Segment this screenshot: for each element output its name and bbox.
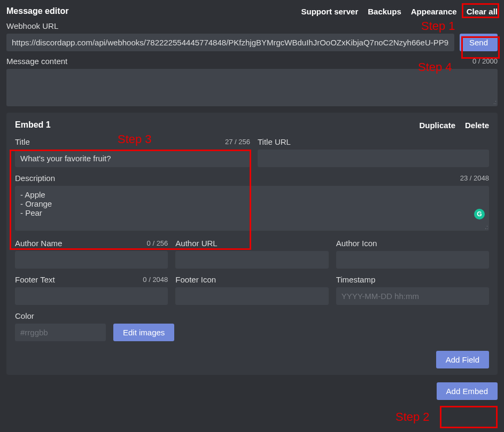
author-icon-input[interactable] bbox=[336, 251, 489, 269]
footer-text-counter: 0 / 2048 bbox=[143, 276, 168, 284]
timestamp-label: Timestamp bbox=[336, 275, 489, 284]
author-name-label: Author Name 0 / 256 bbox=[15, 239, 168, 248]
header-nav: Support server Backups Appearance Clear … bbox=[301, 7, 498, 16]
add-field-button[interactable]: Add Field bbox=[436, 351, 489, 368]
footer-text-label: Footer Text 0 / 2048 bbox=[15, 275, 168, 284]
send-button[interactable]: Send bbox=[460, 34, 498, 51]
title-url-input[interactable] bbox=[258, 150, 489, 167]
title-input[interactable] bbox=[15, 150, 250, 167]
title-url-label: Title URL bbox=[258, 137, 489, 146]
duplicate-button[interactable]: Duplicate bbox=[419, 121, 455, 130]
author-url-input[interactable] bbox=[175, 251, 328, 269]
webhook-url-input[interactable] bbox=[6, 34, 454, 51]
embed-panel: Embed 1 Duplicate Delete Title 27 / 256 … bbox=[6, 113, 498, 375]
description-counter: 23 / 2048 bbox=[460, 174, 489, 182]
footer-text-input[interactable] bbox=[15, 287, 168, 305]
page-title: Message editor bbox=[6, 6, 68, 16]
webhook-url-label: Webhook URL bbox=[6, 21, 498, 30]
appearance-link[interactable]: Appearance bbox=[411, 7, 457, 16]
message-content-counter: 0 / 2000 bbox=[472, 57, 498, 65]
description-label: Description 23 / 2048 bbox=[15, 174, 489, 183]
resize-handle-icon[interactable]: .: bbox=[493, 99, 497, 105]
add-embed-button[interactable]: Add Embed bbox=[437, 382, 498, 400]
support-server-link[interactable]: Support server bbox=[301, 7, 359, 16]
color-input[interactable] bbox=[15, 324, 106, 341]
annotation-step-2: Step 2 bbox=[396, 410, 430, 424]
author-url-label: Author URL bbox=[175, 239, 328, 248]
message-content-label: Message content 0 / 2000 bbox=[6, 57, 498, 66]
resize-handle-icon[interactable]: .: bbox=[485, 224, 488, 230]
message-content-input[interactable]: .: bbox=[6, 69, 498, 106]
annotation-box-add-embed bbox=[440, 406, 498, 428]
author-name-counter: 0 / 256 bbox=[147, 239, 168, 247]
footer-icon-label: Footer Icon bbox=[175, 275, 328, 284]
backups-link[interactable]: Backups bbox=[368, 7, 401, 16]
footer-icon-input[interactable] bbox=[175, 287, 328, 305]
delete-button[interactable]: Delete bbox=[465, 121, 489, 130]
timestamp-input[interactable] bbox=[336, 287, 489, 305]
color-label: Color bbox=[15, 311, 489, 320]
author-name-input[interactable] bbox=[15, 251, 168, 269]
title-label: Title 27 / 256 bbox=[15, 137, 250, 146]
grammarly-icon: G bbox=[474, 209, 485, 219]
author-icon-label: Author Icon bbox=[336, 239, 489, 248]
embed-header-title: Embed 1 bbox=[15, 120, 51, 130]
title-counter: 27 / 256 bbox=[225, 138, 250, 146]
clear-all-link[interactable]: Clear all bbox=[467, 7, 498, 16]
edit-images-button[interactable]: Edit images bbox=[113, 324, 174, 341]
description-input[interactable] bbox=[15, 186, 489, 231]
